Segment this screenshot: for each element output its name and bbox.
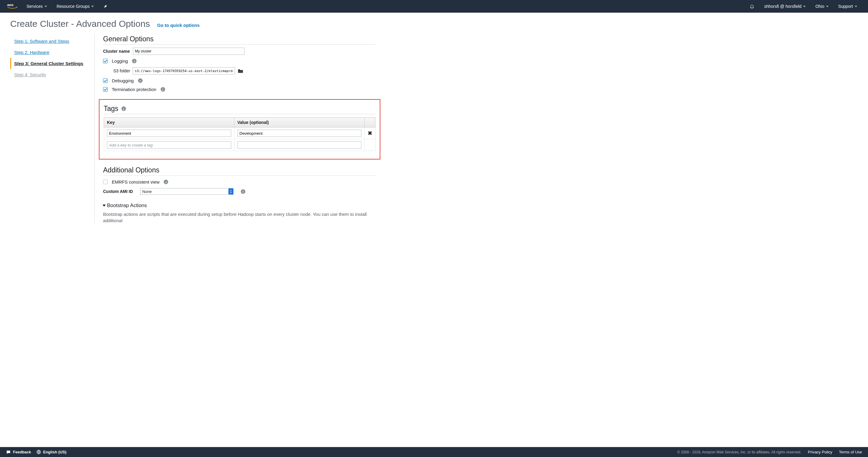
debugging-checkbox[interactable] bbox=[103, 79, 107, 83]
bootstrap-description: Bootstrap actions are scripts that are e… bbox=[103, 211, 375, 224]
nav-account-label: shhorsfi @ horsfield bbox=[764, 4, 801, 9]
select-arrows-icon: ▲▼ bbox=[228, 188, 233, 194]
notifications-icon[interactable] bbox=[745, 0, 759, 13]
tag-new-key-input[interactable] bbox=[107, 142, 231, 149]
info-icon[interactable]: i bbox=[132, 59, 136, 63]
tags-key-header: Key bbox=[104, 118, 235, 127]
custom-ami-label: Custom AMI ID bbox=[103, 189, 133, 194]
chevron-down-icon bbox=[855, 6, 857, 7]
aws-logo[interactable]: aws bbox=[6, 3, 22, 10]
logging-label: Logging bbox=[112, 59, 128, 64]
pin-icon[interactable] bbox=[98, 0, 113, 13]
tags-heading: Tags bbox=[104, 104, 119, 113]
chevron-down-icon bbox=[803, 6, 806, 7]
top-nav: aws Services Resource Groups shhorsfi @ … bbox=[0, 0, 868, 13]
nav-resource-groups-label: Resource Groups bbox=[57, 4, 90, 9]
nav-support-label: Support bbox=[838, 4, 853, 9]
tags-section: Tags i Key Value (optional) bbox=[99, 99, 380, 159]
tag-row-new bbox=[104, 139, 375, 151]
step-4-link[interactable]: Step 4: Security bbox=[10, 69, 88, 80]
info-icon[interactable]: i bbox=[138, 79, 143, 83]
steps-sidebar: Step 1: Software and Steps Step 2: Hardw… bbox=[10, 33, 95, 224]
tag-new-value-input[interactable] bbox=[238, 142, 362, 149]
folder-icon[interactable] bbox=[238, 68, 244, 73]
termination-label: Termination protection bbox=[112, 87, 156, 92]
nav-services-label: Services bbox=[27, 4, 43, 9]
nav-support[interactable]: Support bbox=[833, 0, 862, 13]
tags-value-header: Value (optional) bbox=[234, 118, 365, 127]
cluster-name-label: Cluster name bbox=[103, 49, 130, 54]
info-icon[interactable]: i bbox=[241, 189, 245, 194]
termination-checkbox[interactable] bbox=[103, 87, 107, 92]
step-3-link[interactable]: Step 3: General Cluster Settings bbox=[10, 58, 88, 69]
bootstrap-heading: Bootstrap Actions bbox=[107, 203, 147, 209]
tags-table: Key Value (optional) ✖ bbox=[104, 117, 375, 151]
nav-region-label: Ohio bbox=[815, 4, 824, 9]
step-2-link[interactable]: Step 2: Hardware bbox=[10, 47, 88, 58]
emrfs-checkbox[interactable] bbox=[103, 180, 107, 184]
chevron-down-icon bbox=[44, 6, 47, 7]
nav-account[interactable]: shhorsfi @ horsfield bbox=[759, 0, 810, 13]
tag-row: ✖ bbox=[104, 127, 375, 139]
logging-checkbox[interactable] bbox=[103, 59, 107, 63]
custom-ami-value: None bbox=[142, 189, 152, 194]
debugging-label: Debugging bbox=[112, 78, 134, 83]
additional-options-heading: Additional Options bbox=[103, 166, 375, 176]
general-options-heading: General Options bbox=[103, 35, 375, 44]
custom-ami-select[interactable]: None ▲▼ bbox=[140, 188, 234, 195]
tag-key-input[interactable] bbox=[107, 130, 231, 137]
info-icon[interactable]: i bbox=[164, 180, 168, 184]
delete-tag-icon[interactable]: ✖ bbox=[368, 130, 372, 136]
nav-resource-groups[interactable]: Resource Groups bbox=[52, 0, 99, 13]
bootstrap-toggle[interactable]: Bootstrap Actions bbox=[103, 203, 375, 209]
tag-value-input[interactable] bbox=[238, 130, 362, 137]
s3-folder-input[interactable] bbox=[133, 67, 235, 74]
page-title: Create Cluster - Advanced Options bbox=[10, 19, 150, 29]
page-body: Create Cluster - Advanced Options Go to … bbox=[0, 13, 868, 447]
nav-region[interactable]: Ohio bbox=[810, 0, 833, 13]
nav-services[interactable]: Services bbox=[22, 0, 52, 13]
chevron-down-icon bbox=[826, 6, 829, 7]
svg-text:aws: aws bbox=[7, 3, 13, 7]
chevron-down-icon bbox=[91, 6, 94, 7]
quick-options-link[interactable]: Go to quick options bbox=[157, 23, 200, 28]
emrfs-label: EMRFS consistent view bbox=[112, 179, 159, 184]
s3-folder-label: S3 folder bbox=[113, 68, 130, 73]
step-1-link[interactable]: Step 1: Software and Steps bbox=[10, 36, 88, 47]
info-icon[interactable]: i bbox=[161, 87, 165, 92]
form-column: General Options Cluster name Logging i S… bbox=[95, 33, 426, 224]
caret-down-icon bbox=[103, 205, 106, 207]
info-icon[interactable]: i bbox=[121, 106, 126, 111]
cluster-name-input[interactable] bbox=[133, 48, 244, 55]
